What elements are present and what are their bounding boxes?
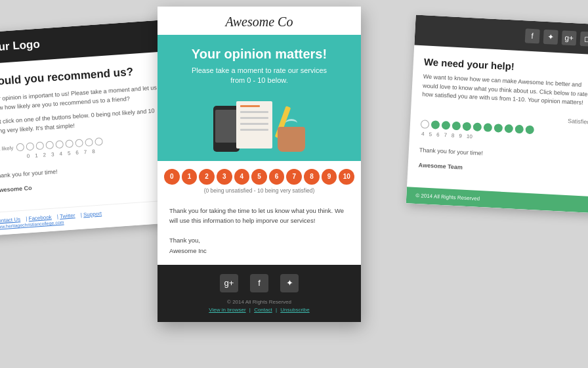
left-logo: Your Logo (0, 37, 40, 54)
right-dot-11[interactable] (505, 124, 514, 133)
right-dot-12[interactable] (515, 124, 524, 133)
right-body: We need your help! We want to know how w… (407, 45, 588, 196)
rating-5[interactable]: 5 (251, 169, 267, 185)
right-dot-10[interactable] (494, 124, 503, 133)
right-body-text: We want to know how we can make Awesome … (422, 72, 588, 108)
center-footer: g+ f ✦ © 2014 All Rights Reserved View i… (158, 265, 361, 322)
center-rating-caption: (0 being unsatisfied - 10 being very sat… (158, 187, 361, 194)
phone-screen (215, 110, 238, 143)
right-dot-9[interactable] (484, 123, 493, 132)
right-headline: We need your help! (424, 56, 588, 76)
right-twitter-icon[interactable]: ✦ (543, 30, 558, 45)
right-dot-4[interactable] (431, 120, 440, 129)
twitter-icon[interactable]: ✦ (280, 274, 299, 292)
dot-6[interactable] (75, 139, 84, 147)
email-left: Your Logo Would you recommend us? Your o… (0, 20, 177, 235)
right-dot-6[interactable] (452, 121, 461, 130)
right-dot-partial[interactable] (421, 120, 430, 129)
center-subheadline: Please take a moment to rate our service… (171, 66, 348, 86)
right-dot-13[interactable] (525, 125, 534, 134)
dot-7[interactable] (85, 138, 94, 147)
right-facebook-icon[interactable]: f (525, 28, 540, 43)
dot-3[interactable] (46, 141, 54, 149)
right-brand: Awesome Team (418, 161, 587, 179)
rating-2[interactable]: 2 (199, 169, 215, 185)
hero-illustration (213, 93, 305, 152)
dot-0[interactable] (16, 143, 25, 152)
googleplus-icon[interactable]: g+ (220, 274, 238, 292)
satisfied-label: Satisfied (568, 117, 588, 125)
center-social-icons: g+ f ✦ (167, 274, 352, 292)
right-dot-5[interactable] (442, 120, 451, 129)
rating-3[interactable]: 3 (217, 169, 232, 185)
center-footer-links: View in browser | Contact | Unsubscribe (167, 307, 352, 313)
rating-8[interactable]: 8 (304, 169, 320, 185)
rating-1[interactable]: 1 (182, 169, 198, 185)
unsubscribe-link[interactable]: Unsubscribe (280, 307, 309, 313)
right-copyright: © 2014 All Rights Reserved (415, 192, 480, 201)
dot-8[interactable] (95, 137, 104, 146)
facebook-icon[interactable]: f (250, 274, 268, 292)
support-link[interactable]: Support (83, 211, 102, 218)
right-dot-8[interactable] (473, 122, 482, 131)
document-icon (236, 101, 272, 149)
rating-0[interactable]: 0 (164, 169, 180, 185)
center-copyright: © 2014 All Rights Reserved (167, 299, 352, 305)
email-right: f ✦ g+ ◻ We need your help! We want to k… (406, 15, 588, 213)
left-body: Would you recommend us? Your opinion is … (0, 51, 176, 213)
rating-4[interactable]: 4 (234, 169, 250, 185)
center-thank-text: Thank you for taking the time to let us … (169, 206, 349, 225)
view-in-browser-link[interactable]: View in browser (209, 307, 245, 313)
contact-link[interactable]: Contact (254, 307, 272, 313)
coffee-icon (278, 127, 305, 152)
phone-icon (213, 106, 240, 152)
center-sign-off: Thank you,Awesome Inc (169, 235, 349, 255)
center-headline: Your opinion matters! (171, 47, 348, 62)
rating-9[interactable]: 9 (322, 169, 337, 185)
right-thank-you: Thank you for your time! (419, 146, 588, 164)
emails-container: Your Logo Would you recommend us? Your o… (0, 0, 588, 368)
dot-5[interactable] (66, 139, 74, 148)
rating-10[interactable]: 10 (339, 169, 354, 185)
right-instagram-icon[interactable]: ◻ (580, 32, 588, 47)
center-rating-numbers: 0 1 2 3 4 5 6 7 8 9 10 (158, 161, 361, 187)
dot-4[interactable] (56, 140, 64, 149)
left-para2: Just click on one of the buttons below. … (0, 106, 160, 136)
right-gplus-icon[interactable]: g+ (562, 30, 577, 45)
rating-6[interactable]: 6 (269, 169, 285, 185)
twitter-link[interactable]: Twitter (60, 212, 75, 219)
email-center: Awesome Co Your opinion matters! Please … (158, 7, 361, 322)
center-thank-you: Thank you for taking the time to let us … (158, 199, 361, 265)
dot-1[interactable] (26, 142, 35, 150)
center-brand: Awesome Co (158, 7, 361, 35)
dot-2[interactable] (36, 141, 45, 150)
rating-7[interactable]: 7 (286, 169, 302, 185)
left-not-likely: Not likely (0, 145, 14, 152)
right-dot-7[interactable] (463, 122, 472, 131)
center-hero: Your opinion matters! Please take a mome… (158, 35, 361, 161)
